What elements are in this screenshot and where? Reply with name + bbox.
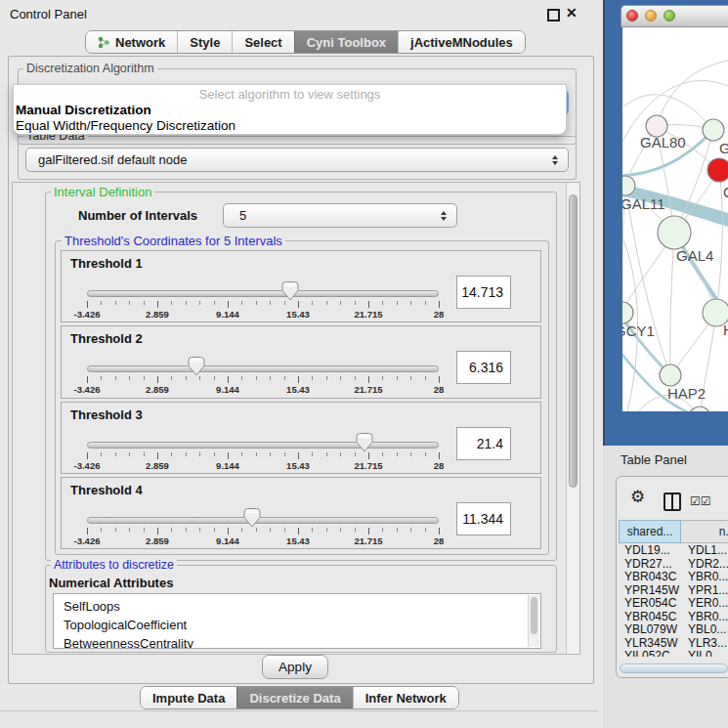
tick-mark [199,452,200,456]
gear-icon[interactable]: ⚙ [630,489,645,505]
tick-mark [312,376,313,380]
tick-mark [397,301,398,305]
tick-mark [157,452,158,459]
table-data-combobox[interactable]: galFiltered.sif default node [25,148,569,172]
slider-thumb[interactable] [281,281,299,301]
spinner-stepper-icon [441,211,447,221]
column-layout-icon[interactable] [664,492,681,511]
network-node-gcy1[interactable] [622,302,633,323]
algorithm-group-label: Discretization Algorithm [23,62,157,75]
tick-mark [129,528,130,532]
network-icon [98,36,110,49]
attribute-item-betweennesscentrality[interactable]: BetweennessCentrality [54,634,540,649]
select-columns-icon[interactable]: ☑☑ [690,494,711,508]
threshold-value[interactable]: 21.4 [456,427,511,460]
network-canvas[interactable]: GAL80GACGAL11GAL4GCY1HHAP2 [622,27,728,411]
threshold-value[interactable]: 14.713 [456,276,511,309]
tick-mark [101,301,102,305]
slider-thumb[interactable] [356,433,373,452]
network-node-ga[interactable] [703,119,724,141]
tab-infer-network[interactable]: Infer Network [353,687,458,708]
tick-mark [439,376,440,383]
edge [716,170,722,313]
horizontal-scrollbar[interactable] [620,664,728,673]
algorithm-popup-options: Manual DiscretizationEqual Width/Frequen… [14,103,566,134]
tab-label: Discretize Data [249,691,340,706]
tick-label: 15.43 [269,535,327,546]
tick-mark [228,452,229,459]
table-cell: YDR27... [619,558,681,572]
table-cell: YBL0... [681,623,728,637]
list-scrollbar[interactable] [528,595,539,647]
combo-stepper-icon [552,155,558,165]
numerical-attributes-label: Numerical Attributes [49,576,173,590]
number-of-intervals-spinner[interactable]: 5 [223,203,457,228]
table-row[interactable]: YDL19...YDL1... [619,544,728,558]
screen: Control Panel ✕ NetworkStyleSelectCyni T… [0,0,728,728]
table-row[interactable]: YLR345WYLR3... [619,637,728,651]
tab-network[interactable]: Network [86,31,177,53]
tab-jactivemnodules[interactable]: jActiveMNodules [398,31,525,53]
close-icon[interactable]: ✕ [566,5,578,21]
control-panel: Control Panel ✕ NetworkStyleSelectCyni T… [0,0,603,728]
tab-cyni-toolbox[interactable]: Cyni Toolbox [294,31,398,53]
tick-mark [382,376,383,380]
tick-mark [326,528,327,532]
float-window-icon[interactable] [547,9,560,21]
slider-thumb[interactable] [243,508,261,528]
tab-label: Select [244,35,281,50]
attribute-item-selfloops[interactable]: SelfLoops [54,597,540,616]
tick-mark [87,301,88,308]
table-row[interactable]: YPR145WYPR1... [619,584,728,598]
popup-option-manual-discretization[interactable]: Manual Discretization [14,103,566,118]
threshold-value[interactable]: 6.316 [456,351,511,384]
minimize-traffic-light-icon[interactable] [645,10,657,21]
tab-impute-data[interactable]: Impute Data [141,687,236,708]
apply-button[interactable]: Apply [262,655,328,679]
tab-label: Style [190,35,220,50]
table-row[interactable]: YBR043CYBR0... [619,571,728,584]
tick-mark [312,452,313,456]
list-scrollbar-thumb[interactable] [531,597,537,634]
thresholds-group-label: Threshold's Coordinates for 5 Intervals [62,234,285,248]
vertical-scrollbar[interactable] [566,183,579,654]
zoom-traffic-light-icon[interactable] [664,10,675,21]
tab-style[interactable]: Style [177,31,232,53]
column-header-shared-name[interactable]: shared... [619,520,681,543]
tick-mark [144,452,145,456]
tick-mark [284,528,285,532]
column-header-name[interactable]: n... [681,520,728,543]
tick-mark [340,452,341,456]
tick-mark [101,376,102,380]
network-node-hap2[interactable] [660,364,681,386]
threshold-value[interactable]: 11.344 [456,502,511,535]
attribute-item-topologicalcoefficient[interactable]: TopologicalCoefficient [54,616,540,634]
numerical-attributes-list[interactable]: SelfLoopsTopologicalCoefficientBetweenne… [53,593,541,649]
tick-mark [256,376,257,380]
table-cell: YDL19... [619,544,681,558]
table-cell: YIL052C [619,650,681,657]
tick-mark [410,376,411,380]
popup-option-equal-width-frequency-discretization[interactable]: Equal Width/Frequency Discretization [14,118,566,134]
table-row[interactable]: YER054CYER0... [619,597,728,611]
table-cell: YER0... [681,597,728,611]
tick-mark [270,452,271,456]
table-row[interactable]: YDR27...YDR2... [619,558,728,572]
close-traffic-light-icon[interactable] [626,10,638,21]
tick-mark [425,452,426,456]
table-row[interactable]: YIL052CYIL0... [619,650,728,657]
interval-definition-label: Interval Definition [51,185,154,199]
table-row[interactable]: YBL079WYBL0... [619,623,728,637]
tick-mark [326,452,327,456]
slider-thumb[interactable] [188,357,205,376]
tick-mark [214,528,215,532]
table-cell: YBR043C [619,571,681,584]
network-node-gal4[interactable] [658,216,691,249]
network-node-c[interactable] [707,158,728,182]
table-row[interactable]: YBR045CYBR0... [619,611,728,624]
tick-mark [340,301,341,305]
scrollbar-thumb[interactable] [569,194,578,488]
tab-label: jActiveMNodules [410,35,513,50]
tab-discretize-data[interactable]: Discretize Data [236,687,352,708]
tab-select[interactable]: Select [232,31,293,53]
